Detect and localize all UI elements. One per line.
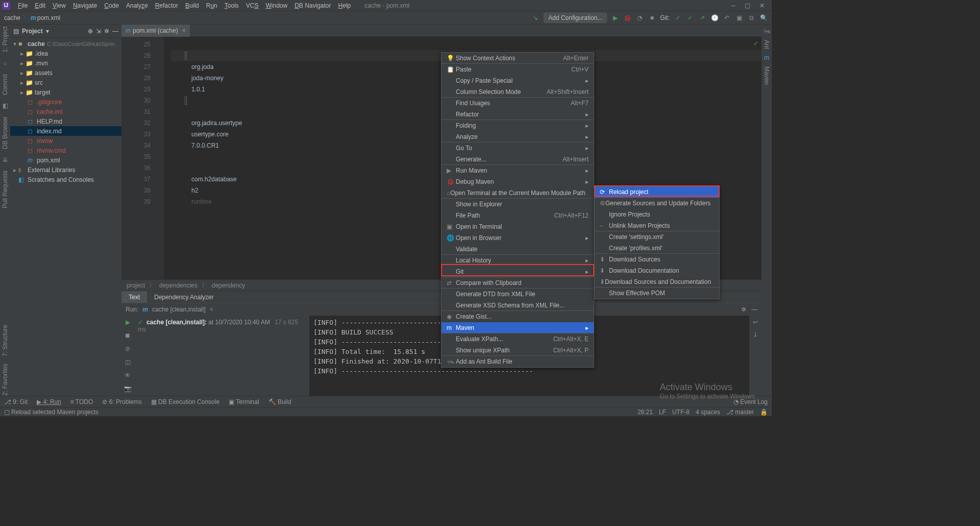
soft-wrap-icon[interactable]: ↩ [753, 319, 758, 326]
menu-item[interactable]: Local History ▸ [442, 255, 594, 266]
menu-code[interactable]: Code [101, 2, 122, 9]
locate-icon[interactable]: ⊕ [88, 28, 93, 35]
side-pull-tab[interactable]: Pull Requests [2, 171, 9, 208]
menu-file[interactable]: File [14, 2, 31, 9]
menu-item[interactable]: ◉ Create Gist... [442, 311, 594, 322]
minimize-icon[interactable]: ─ [731, 2, 736, 9]
menu-item[interactable]: Ignore Projects [595, 209, 719, 220]
menu-item[interactable]: 📋 Paste Ctrl+V [442, 64, 594, 75]
scroll-end-icon[interactable]: ⤓ [753, 331, 758, 338]
search-everywhere-icon[interactable]: ⧉ [747, 14, 755, 21]
project-title[interactable]: Project [22, 28, 43, 35]
menu-item[interactable]: Validate [442, 244, 594, 255]
side-maven-tab[interactable]: Maven [763, 66, 770, 85]
stop-icon[interactable]: ■ [648, 14, 656, 21]
side-ant-tab[interactable]: Ant [763, 40, 770, 49]
git-history-icon[interactable]: 🕘 [710, 14, 719, 21]
menu-item[interactable]: Go To ▸ [442, 142, 594, 154]
menu-build[interactable]: Build [182, 2, 203, 9]
menu-refactor[interactable]: Refactor [152, 2, 182, 9]
tree-cacheiml[interactable]: ◻cache.iml [10, 107, 121, 116]
status-enc[interactable]: UTF-8 [672, 409, 690, 416]
chevron-down-icon[interactable]: ▾ [46, 28, 49, 35]
menu-item[interactable]: ⇄ Compare with Clipboard [442, 277, 594, 289]
status-lock-icon[interactable]: 🔒 [760, 409, 768, 416]
crumb-1[interactable]: dependencies [159, 282, 198, 289]
menu-item[interactable]: – Unlink Maven Projects [595, 220, 719, 231]
tab-dep-analyzer[interactable]: Dependency Analyzer [147, 291, 221, 303]
menu-item[interactable]: Generate... Alt+Insert [442, 154, 594, 165]
menu-item[interactable]: Refactor ▸ [442, 109, 594, 120]
search-icon[interactable]: 🔍 [760, 14, 768, 21]
db-icon[interactable]: ◧ [3, 102, 8, 109]
menu-item[interactable]: Analyze ▸ [442, 131, 594, 142]
menu-window[interactable]: Window [262, 2, 291, 9]
menu-item[interactable]: Generate DTD from XML File [442, 289, 594, 300]
tree-helpmd[interactable]: ◻HELP.md [10, 116, 121, 126]
menu-item[interactable]: Generate XSD Schema from XML File... [442, 300, 594, 311]
menu-item[interactable]: Git ▸ [442, 266, 594, 277]
menu-item[interactable]: 💡 Show Context Actions Alt+Enter [442, 53, 594, 64]
stop-icon[interactable]: ⏹ [125, 332, 131, 339]
side-db-tab[interactable]: DB Browser [2, 116, 9, 149]
menu-item[interactable]: Copy / Paste Special ▸ [442, 75, 594, 86]
run-gear-icon[interactable]: ✲ [741, 306, 746, 313]
side-structure-tab[interactable]: 7: Structure [2, 325, 9, 356]
status-le[interactable]: LF [659, 409, 666, 416]
run-tab-close-icon[interactable]: × [210, 306, 213, 313]
run-tab[interactable]: cache [clean,install] [152, 306, 206, 313]
pull-icon[interactable]: ⇊ [3, 156, 8, 163]
menu-item[interactable]: ▣ Open in Terminal [442, 221, 594, 232]
commit-icon[interactable]: ○ [3, 60, 7, 67]
menu-item[interactable]: ⌂ Open Terminal at the Current Maven Mod… [442, 187, 594, 199]
menu-item[interactable]: 🐞 Debug Maven ▸ [442, 176, 594, 187]
tree-assets[interactable]: ▸📁assets [10, 68, 121, 78]
tree-root[interactable]: ▾■cacheC:\Data\Code\GitHub\Sprin [10, 39, 121, 49]
ide-settings-icon[interactable]: ▣ [735, 14, 743, 21]
menu-item[interactable]: ⬇ Download Documentation [595, 265, 719, 276]
menu-item[interactable]: Show Effective POM [595, 288, 719, 299]
run-hide-icon[interactable]: — [751, 306, 757, 313]
menu-item[interactable]: Folding ▸ [442, 120, 594, 131]
tab-text[interactable]: Text [121, 291, 147, 303]
status-branch[interactable]: ⎇ master [726, 409, 754, 416]
bt-run[interactable]: ▶ 4: Run [37, 398, 61, 405]
menu-navigate[interactable]: Navigate [69, 2, 101, 9]
menu-item[interactable]: m Maven ▸ [442, 322, 594, 333]
view-icon[interactable]: 👁 [125, 372, 131, 379]
menu-run[interactable]: Run [203, 2, 221, 9]
filter-icon[interactable]: ⊘ [125, 345, 130, 352]
bt-todo[interactable]: ≡ TODO [70, 398, 93, 405]
menu-item[interactable]: Create 'profiles.xml' [595, 243, 719, 254]
menu-item[interactable]: Create 'settings.xml' [595, 231, 719, 243]
layout-icon[interactable]: ◫ [125, 358, 131, 366]
menu-dbnav[interactable]: DB Navigator [291, 2, 334, 9]
git-update-icon[interactable]: ✓ [674, 14, 682, 21]
git-rollback-icon[interactable]: ↶ [723, 14, 731, 21]
bt-problems[interactable]: ⊘ 6: Problems [102, 398, 141, 405]
menu-item[interactable]: ⬇ Download Sources [595, 254, 719, 265]
tree-extlib[interactable]: ▸⫴External Libraries [10, 165, 121, 175]
expand-icon[interactable]: ⇲ [96, 28, 101, 35]
tree-target[interactable]: ▸📁target [10, 87, 121, 97]
tree-scratches[interactable]: ◧Scratches and Consoles [10, 175, 121, 184]
tab-close-icon[interactable]: × [182, 27, 186, 34]
tree-src[interactable]: ▸📁src [10, 78, 121, 87]
tree-mvnwcmd[interactable]: ◻mvnw.cmd [10, 146, 121, 155]
add-configuration-button[interactable]: Add Configuration... [544, 13, 607, 23]
menu-item[interactable]: ⚙ Generate Sources and Update Folders [595, 198, 719, 209]
menu-view[interactable]: View [49, 2, 69, 9]
menu-item[interactable]: ⟳ Reload project [595, 186, 719, 198]
bt-dbexec[interactable]: ▦ DB Execution Console [151, 398, 219, 405]
rerun-icon[interactable]: ▶ [126, 319, 130, 326]
menu-tools[interactable]: Tools [221, 2, 242, 9]
ant-icon[interactable]: 🐜 [763, 28, 771, 35]
gear-icon[interactable]: ✲ [104, 28, 109, 35]
coverage-icon[interactable]: ◔ [635, 14, 644, 21]
git-push-icon[interactable]: ↗ [698, 14, 706, 21]
menu-item[interactable]: Show unique XPath Ctrl+Alt+X, P [442, 345, 594, 356]
editor-tab-pom[interactable]: m pom.xml (cache) × [121, 25, 190, 37]
tree-gitignore[interactable]: ◻.gitignore [10, 97, 121, 107]
crumb-0[interactable]: project [127, 282, 145, 289]
status-pos[interactable]: 26:21 [638, 409, 653, 416]
